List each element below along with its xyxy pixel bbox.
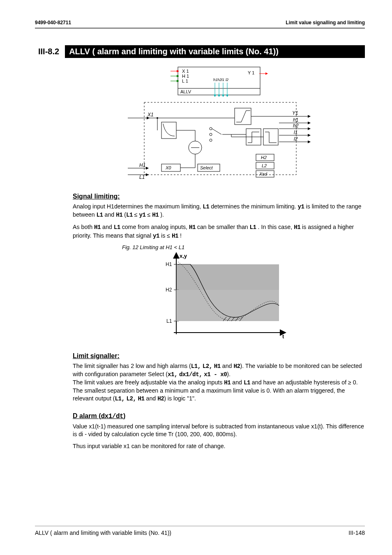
svg-text:Xsd: Xsd (259, 171, 267, 176)
footer-left: ALLV ( alarm and limiting with variable … (35, 530, 171, 536)
svg-text:h1: h1 (293, 117, 298, 123)
svg-text:t: t (282, 333, 284, 340)
page-header: 9499-040-82711 Limit value signalling an… (35, 20, 365, 27)
block-diagram: X 1 H 1 L 1 Y 1 ALLV h1h2 l1l2 (73, 65, 365, 183)
out-y1: Y 1 (248, 70, 254, 75)
svg-text:Y1: Y1 (292, 110, 298, 116)
fig12-svg: x,y t H1 H2 L1 (149, 252, 289, 342)
fig12: Fig. 12 Limiting at H1 < L1 x,y t H1 H2 … (73, 244, 365, 344)
d-alarm-p1: Value x1(t-1) measured one sampling inte… (73, 423, 365, 438)
schematic-svg: X1 H1 L1 X0 Select H2 L2 Xsd (125, 99, 314, 181)
content-area: X 1 H 1 L 1 Y 1 ALLV h1h2 l1l2 (73, 65, 365, 450)
svg-text:H2: H2 (166, 287, 172, 293)
svg-text:L1: L1 (166, 318, 172, 324)
svg-text:H1: H1 (139, 162, 145, 168)
svg-text:h2: h2 (293, 123, 299, 129)
svg-text:H2: H2 (261, 155, 267, 160)
block-symbol-svg: X 1 H 1 L 1 Y 1 ALLV h1h2 l1l2 (170, 65, 268, 97)
block-label: ALLV (180, 89, 191, 94)
svg-text:Select: Select (200, 165, 213, 170)
svg-text:X0: X0 (165, 165, 171, 170)
section-heading: III-8.2 ALLV ( alarm and limiting with v… (35, 45, 365, 58)
limit-signaller-heading: Limit signaller: (73, 352, 365, 360)
svg-text:l1: l1 (221, 78, 224, 82)
svg-point-35 (210, 133, 212, 136)
section-number: III-8.2 (35, 45, 65, 58)
svg-text:L1: L1 (139, 174, 145, 180)
svg-text:h1: h1 (213, 78, 217, 82)
d-alarm-heading: D alarm (dx1/dt) (73, 412, 365, 420)
svg-point-34 (210, 127, 212, 130)
svg-text:x,y: x,y (180, 253, 187, 259)
header-doc-id: 9499-040-82711 (35, 20, 71, 25)
header-title: Limit value signalling and limiting (286, 20, 365, 25)
svg-text:l1: l1 (294, 130, 297, 135)
svg-point-36 (210, 139, 212, 141)
svg-text:h2: h2 (217, 78, 221, 82)
inp-l1: L 1 (182, 79, 188, 83)
footer-rule (35, 526, 365, 526)
svg-line-37 (212, 129, 221, 134)
svg-text:X1: X1 (147, 112, 154, 118)
inp-h1: H 1 (182, 74, 189, 79)
svg-text:l2: l2 (226, 78, 228, 82)
d-alarm-p2: Thus input variable x1 can be monitored … (73, 442, 365, 450)
svg-point-53 (157, 117, 158, 119)
header-rule (35, 28, 365, 29)
fig12-caption: Fig. 12 Limiting at H1 < L1 (122, 244, 365, 250)
page-footer: ALLV ( alarm and limiting with variable … (35, 526, 365, 536)
svg-text:L2: L2 (262, 163, 267, 168)
signal-limiting-p1: Analog input H1determines the maximum li… (73, 203, 365, 219)
signal-limiting-p2: As both H1 and L1 come from analog input… (73, 223, 365, 240)
footer-right: III-148 (348, 530, 365, 536)
signal-limiting-heading: Signal limiting: (73, 193, 365, 200)
svg-text:l2: l2 (294, 136, 298, 142)
svg-text:H1: H1 (166, 261, 172, 267)
section-title: ALLV ( alarm and limiting with variable … (65, 45, 365, 58)
inp-x1: X 1 (182, 69, 189, 74)
limit-signaller-p1: The limit signaller has 2 low and high a… (73, 362, 365, 403)
